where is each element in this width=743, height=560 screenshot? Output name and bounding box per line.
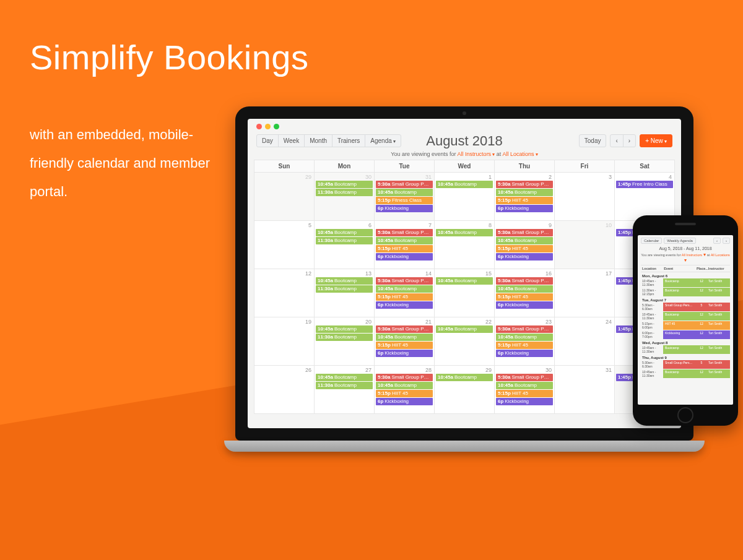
view-trainers-button[interactable]: Trainers [332,134,365,147]
home-button-icon[interactable] [677,407,693,423]
calendar-event[interactable]: 10:45aBootcamp [316,325,373,333]
calendar-cell[interactable]: 1310:45aBootcamp11:30aBootcamp [315,269,375,317]
minimize-icon[interactable] [265,124,271,129]
calendar-cell[interactable]: 315:30aSmall Group Personal Training10:4… [375,173,435,221]
calendar-event[interactable]: 5:30aSmall Group Personal Training [496,277,553,285]
calendar-event[interactable]: 5:15pFitness Class [376,197,433,204]
calendar-cell[interactable]: 235:30aSmall Group Personal Training10:4… [495,317,555,366]
calendar-cell[interactable]: 305:30aSmall Group Personal Training10:4… [495,366,555,414]
calendar-event[interactable]: 6pKickboxing [496,398,553,405]
calendar-event[interactable]: 11:30aBootcamp [316,285,373,293]
calendar-cell[interactable]: 5 [254,221,315,269]
calendar-cell[interactable]: 165:30aSmall Group Personal Training10:4… [495,269,555,317]
calendar-cell[interactable]: 610:45aBootcamp11:30aBootcamp [315,221,375,269]
calendar-event[interactable]: 5:30aSmall Group Personal Training [376,277,433,285]
calendar-event[interactable]: 5:15pHIIT 45 [496,245,553,252]
close-icon[interactable] [256,124,262,129]
calendar-cell[interactable]: 41:45pFree Intro Class [615,173,675,221]
calendar-event[interactable]: 10:45aBootcamp [316,277,373,285]
calendar-cell[interactable]: 10 [555,221,615,269]
calendar-event[interactable]: 10:45aBootcamp [316,181,373,188]
calendar-cell[interactable]: 285:30aSmall Group Personal Training10:4… [375,366,435,414]
view-day-button[interactable]: Day [256,134,279,147]
calendar-event[interactable]: 10:45aBootcamp [376,189,433,196]
calendar-cell[interactable]: 95:30aSmall Group Personal Training10:45… [495,221,555,269]
calendar-event[interactable]: 10:45aBootcamp [376,237,433,244]
agenda-row[interactable]: 11:30am - 12:15pmBootcamp12Tori Smith [641,288,730,296]
calendar-event[interactable]: 10:45aBootcamp [316,229,373,236]
calendar-event[interactable]: 10:45aBootcamp [436,181,493,188]
calendar-cell[interactable]: 145:30aSmall Group Personal Training10:4… [375,269,435,317]
agenda-row[interactable]: 5:15pm - 6:00pmHIIT 4512Tori Smith [641,321,730,330]
calendar-cell[interactable]: 2910:45aBootcamp [435,366,495,414]
calendar-cell[interactable]: 110:45aBootcamp [435,173,495,221]
agenda-row[interactable]: 10:45am - 11:30amBootcamp12Tori Smith [641,278,730,287]
calendar-event[interactable]: 10:45aBootcamp [316,374,373,381]
calendar-cell[interactable]: 17 [555,269,615,317]
calendar-event[interactable]: 5:15pHIIT 45 [376,342,433,349]
calendar-cell[interactable]: 75:30aSmall Group Personal Training10:45… [375,221,435,269]
instructors-filter[interactable]: All Instructors [458,151,495,157]
calendar-cell[interactable]: 24 [555,317,615,366]
calendar-event[interactable]: 10:45aBootcamp [436,374,493,381]
maximize-icon[interactable] [274,124,279,129]
calendar-event[interactable]: 5:15pHIIT 45 [496,293,553,301]
calendar-event[interactable]: 6pKickboxing [496,301,553,309]
calendar-event[interactable]: 10:45aBootcamp [436,277,493,285]
calendar-event[interactable]: 10:45aBootcamp [376,382,433,389]
calendar-cell[interactable]: 215:30aSmall Group Personal Training10:4… [375,317,435,366]
calendar-event[interactable]: 6pKickboxing [376,398,433,405]
calendar-event[interactable]: 10:45aBootcamp [496,382,553,389]
calendar-event[interactable]: 5:30aSmall Group Personal Training [376,374,433,381]
calendar-event[interactable]: 5:15pHIIT 45 [496,390,553,397]
calendar-event[interactable]: 10:45aBootcamp [496,237,553,244]
view-agenda-button[interactable]: Agenda [365,134,401,147]
calendar-cell[interactable]: 2010:45aBootcamp11:30aBootcamp [315,317,375,366]
locations-filter[interactable]: All Locations [502,151,537,157]
calendar-event[interactable]: 5:30aSmall Group Personal Training [376,181,433,188]
calendar-event[interactable]: 5:30aSmall Group Personal Training [496,229,553,236]
calendar-cell[interactable]: 3 [555,173,615,221]
calendar-event[interactable]: 6pKickboxing [496,350,553,357]
calendar-event[interactable]: 6pKickboxing [376,350,433,357]
prev-button[interactable]: ‹ [610,134,623,147]
agenda-row[interactable]: 5:30am - 6:30amSmall Group Pers…5Tori Sm… [641,360,730,369]
view-month-button[interactable]: Month [304,134,332,147]
calendar-cell[interactable]: 26 [254,366,315,414]
today-button[interactable]: Today [579,134,607,147]
calendar-event[interactable]: 5:30aSmall Group Personal Training [496,374,553,381]
calendar-event[interactable]: 10:45aBootcamp [436,325,493,333]
agenda-row[interactable]: 10:45am - 11:30amBootcamp12Tori Smith [641,369,730,378]
mobile-instructors-filter[interactable]: All Instructors [682,253,706,257]
calendar-event[interactable]: 5:15pHIIT 45 [376,245,433,252]
calendar-cell[interactable]: 19 [254,317,315,366]
calendar-event[interactable]: 10:45aBootcamp [496,189,553,196]
calendar-event[interactable]: 6pKickboxing [376,205,433,212]
calendar-event[interactable]: 10:45aBootcamp [436,229,493,236]
calendar-event[interactable]: 5:30aSmall Group Personal Training [376,229,433,236]
calendar-event[interactable]: 6pKickboxing [496,205,553,212]
calendar-cell[interactable]: 31 [555,366,615,414]
calendar-event[interactable]: 6pKickboxing [376,253,433,261]
agenda-row[interactable]: 6:00pm - 7:00pmKickboxing12Tori Smith [641,330,730,339]
view-week-button[interactable]: Week [278,134,305,147]
calendar-cell[interactable]: 3010:45aBootcamp11:30aBootcamp [315,173,375,221]
agenda-row[interactable]: 10:45am - 11:30amBootcamp12Tori Smith [641,312,730,321]
calendar-event[interactable]: 11:30aBootcamp [316,334,373,341]
calendar-event[interactable]: 1:45pFree Intro Class [616,181,673,188]
calendar-event[interactable]: 5:30aSmall Group Personal Training [496,181,553,188]
calendar-event[interactable]: 10:45aBootcamp [496,285,553,293]
calendar-event[interactable]: 5:15pHIIT 45 [496,197,553,204]
calendar-event[interactable]: 11:30aBootcamp [316,382,373,389]
calendar-cell[interactable]: 25:30aSmall Group Personal Training10:45… [495,173,555,221]
calendar-event[interactable]: 5:30aSmall Group Personal Training [496,325,553,333]
calendar-cell[interactable]: 2710:45aBootcamp11:30aBootcamp [315,366,375,414]
calendar-cell[interactable]: 810:45aBootcamp [435,221,495,269]
agenda-row[interactable]: 10:45am - 11:30amBootcamp12Tori Smith [641,345,730,354]
calendar-event[interactable]: 10:45aBootcamp [376,285,433,293]
new-button[interactable]: + New [640,134,672,147]
calendar-event[interactable]: 11:30aBootcamp [316,237,373,244]
next-button[interactable]: › [623,134,636,147]
agenda-row[interactable]: 5:30am - 6:30amSmall Group Pers…5Tori Sm… [641,303,730,311]
calendar-event[interactable]: 5:15pHIIT 45 [376,293,433,301]
